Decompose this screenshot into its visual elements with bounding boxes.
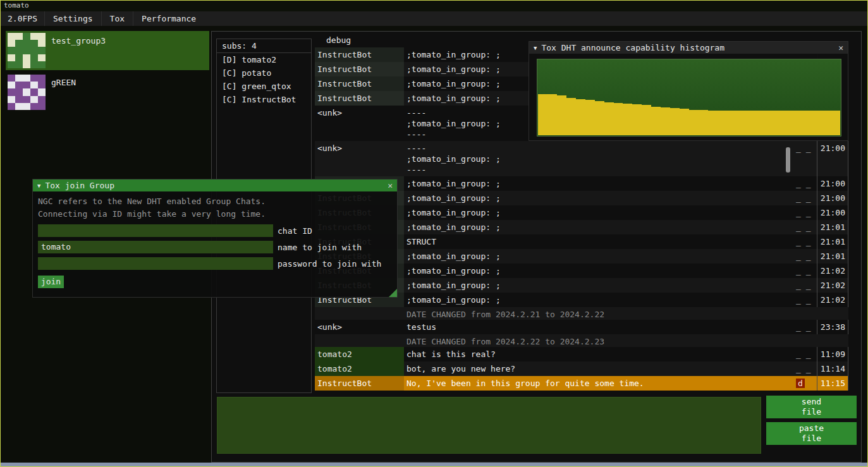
message-text: ----;tomato_in_group: ;---- <box>404 141 793 176</box>
histogram-bar <box>547 94 557 135</box>
join-name-input[interactable]: tomato <box>38 241 273 253</box>
ngc-info-line: NGC refers to the New DHT enabled Group … <box>38 195 392 208</box>
message-flags: _ _ <box>793 347 817 361</box>
subs-member[interactable]: [C] potato <box>217 66 311 80</box>
chat-id-input-label: chat ID <box>278 226 312 236</box>
date-divider-row: DATE CHANGED from 2024.2.21 to 2024.2.22 <box>315 307 848 320</box>
message-text: ;tomato_in_group: ; <box>404 191 793 205</box>
sender-name[interactable]: InstructBot <box>315 376 404 391</box>
chat-message-row: tomato2chat is this real?_ _11:09 <box>315 347 848 361</box>
message-flags: _ _ <box>793 264 817 278</box>
send-file-button[interactable]: sendfile <box>766 396 857 418</box>
message-time: 11:15 <box>817 376 848 391</box>
histogram-bar <box>632 104 642 135</box>
message-text: ;tomato_in_group: ; <box>404 249 793 264</box>
group-avatar <box>8 33 46 68</box>
close-icon[interactable]: ✕ <box>838 43 843 52</box>
sender-name[interactable]: InstructBot <box>315 76 404 91</box>
message-input[interactable] <box>217 397 761 454</box>
message-flags: _ _ <box>793 361 817 376</box>
message-flags: _ _ <box>793 278 817 293</box>
sender-name[interactable]: <unk> <box>315 106 404 141</box>
sender-name[interactable]: tomato2 <box>315 361 404 376</box>
message-flags: _ _ <box>793 205 817 220</box>
histogram-bar <box>727 111 737 135</box>
collapse-icon[interactable]: ▼ <box>37 183 40 189</box>
histogram-bar <box>783 111 793 135</box>
menu-bar: 2.0FPS SettingsToxPerformance <box>1 11 867 26</box>
message-time: 21:00 <box>817 205 848 220</box>
join-group-title: Tox join Group <box>45 181 114 190</box>
subs-count-header: subs: 4 <box>217 39 311 53</box>
group-name: gREEN <box>51 75 76 110</box>
chat-message-row: InstructBotNo, I've been in this group f… <box>315 376 848 391</box>
histogram-bar <box>737 111 746 135</box>
sender-name[interactable]: tomato2 <box>315 347 404 361</box>
date-divider-row: DATE CHANGED from 2024.2.22 to 2024.2.23 <box>315 334 848 347</box>
message-flags: d <box>793 376 817 391</box>
message-text: ;tomato_in_group: ; <box>404 293 793 307</box>
dht-histogram-titlebar[interactable]: ▼ Tox DHT announce capability histogram … <box>529 42 848 54</box>
histogram-bar <box>585 100 595 135</box>
histogram-bar <box>831 111 840 135</box>
group-item-gREEN[interactable]: gREEN <box>6 73 209 112</box>
message-time: 21:02 <box>817 264 848 278</box>
message-text: ;tomato_in_group: ; <box>404 264 793 278</box>
app-window: tomato 2.0FPS SettingsToxPerformance tes… <box>0 0 868 467</box>
message-flags: _ _ <box>793 220 817 234</box>
join-group-window: ▼ Tox join Group ✕ NGC refers to the New… <box>32 179 398 298</box>
histogram-bar <box>604 102 614 135</box>
join-button[interactable]: join <box>38 276 64 288</box>
window-titlebar: tomato <box>1 1 867 11</box>
message-flags: _ _ <box>793 141 817 176</box>
message-flags: _ _ <box>793 249 817 264</box>
resize-grip[interactable] <box>389 289 397 297</box>
chat-scrollbar-thumb[interactable] <box>786 147 790 173</box>
collapse-icon[interactable]: ▼ <box>534 45 537 51</box>
join-password-input[interactable] <box>38 257 273 270</box>
histogram-bar <box>557 95 566 135</box>
message-text: ;tomato_in_group: ; <box>404 205 793 220</box>
histogram-bar <box>755 111 765 135</box>
message-time: 21:02 <box>817 278 848 293</box>
close-icon[interactable]: ✕ <box>388 181 393 190</box>
message-flags: _ _ <box>793 320 817 334</box>
message-flags: _ _ <box>793 234 817 249</box>
histogram-bar <box>661 107 670 135</box>
menu-item-tox[interactable]: Tox <box>101 11 133 26</box>
join-field-row: chat ID <box>38 224 392 237</box>
histogram-bar <box>595 101 604 135</box>
group-item-test_group3[interactable]: test_group3 <box>6 31 209 70</box>
fps-counter: 2.0FPS <box>1 11 44 26</box>
histogram-bar <box>651 107 661 135</box>
join-group-body: NGC refers to the New DHT enabled Group … <box>33 191 397 292</box>
histogram-bar <box>765 111 774 135</box>
menu-items: SettingsToxPerformance <box>44 11 204 26</box>
sender-name[interactable]: InstructBot <box>315 62 404 76</box>
histogram-bar <box>699 110 708 135</box>
join-field-row: password to join with <box>38 257 392 270</box>
message-flags: _ _ <box>793 191 817 205</box>
histogram-bar <box>670 108 680 135</box>
date-changed-text: DATE CHANGED from 2024.2.22 to 2024.2.23 <box>404 334 793 347</box>
sender-name[interactable]: <unk> <box>315 320 404 334</box>
histogram-bar <box>623 104 632 135</box>
subs-member[interactable]: [C] InstructBot <box>217 93 311 106</box>
sender-name[interactable]: InstructBot <box>315 47 404 62</box>
join-password-input-label: password to join with <box>278 259 381 269</box>
subs-member[interactable]: [C] green_qtox <box>217 80 311 93</box>
chat-id-input[interactable] <box>38 224 273 237</box>
message-flags: _ _ <box>793 176 817 191</box>
histogram-bar <box>746 111 755 135</box>
menu-item-performance[interactable]: Performance <box>133 11 204 26</box>
join-group-titlebar[interactable]: ▼ Tox join Group ✕ <box>33 179 397 191</box>
subs-member[interactable]: [D] tomato2 <box>217 53 311 66</box>
tab-debug[interactable]: debug <box>326 35 351 46</box>
sender-name[interactable]: InstructBot <box>315 91 404 106</box>
message-time: 21:01 <box>817 234 848 249</box>
sender-name[interactable]: <unk> <box>315 141 404 176</box>
paste-file-button[interactable]: pastefile <box>766 422 857 445</box>
subs-list: [D] tomato2[C] potato[C] green_qtox[C] I… <box>217 53 311 106</box>
message-text: STRUCT <box>404 234 793 249</box>
menu-item-settings[interactable]: Settings <box>44 11 101 26</box>
